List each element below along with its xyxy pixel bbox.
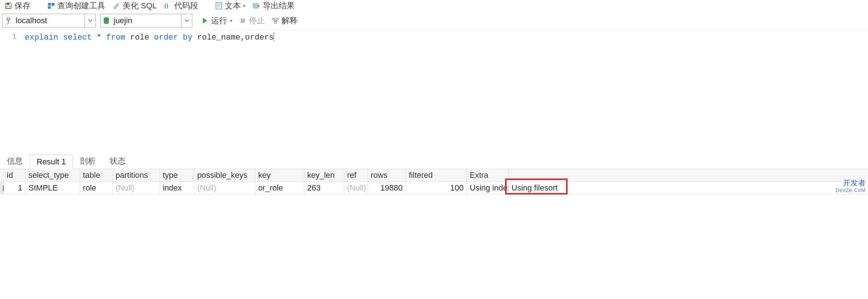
snippet-icon: () bbox=[164, 2, 172, 10]
query-builder-button[interactable]: 查询创建工具 bbox=[45, 0, 107, 12]
cell-type[interactable]: index bbox=[160, 182, 194, 194]
result-grid[interactable]: idselect_typetablepartitionstypepossible… bbox=[0, 169, 868, 194]
col-partitions[interactable]: partitions bbox=[112, 169, 160, 182]
tab-status[interactable]: 状态 bbox=[103, 153, 132, 169]
save-label: 保存 bbox=[15, 0, 30, 11]
kw-from: from bbox=[106, 33, 125, 42]
grid-corner bbox=[0, 169, 4, 182]
chevron-down-icon[interactable] bbox=[181, 14, 192, 27]
col-filtered[interactable]: filtered bbox=[406, 169, 467, 182]
save-icon bbox=[4, 2, 12, 10]
run-button[interactable]: 运行 ▾ bbox=[199, 15, 234, 26]
snippet-button[interactable]: () 代码段 bbox=[162, 0, 200, 12]
toolbar-top: 保存 查询创建工具 美化 SQL () 代码段 文本 ▾ 导出结果 bbox=[0, 0, 868, 12]
cell-possible_keys[interactable]: (Null) bbox=[194, 182, 255, 194]
line-number: 1 bbox=[12, 32, 17, 41]
database-value: juejin bbox=[112, 16, 181, 25]
col-rows[interactable]: rows bbox=[368, 169, 406, 182]
chevron-down-icon[interactable] bbox=[85, 14, 95, 27]
toolbar-mid: localhost juejin 运行 ▾ 停止 解释 bbox=[0, 12, 868, 30]
mid-actions: 运行 ▾ 停止 解释 bbox=[199, 15, 300, 26]
explain-button[interactable]: 解释 bbox=[269, 15, 300, 26]
col-table[interactable]: table bbox=[80, 169, 112, 182]
result-grid-wrapper: idselect_typetablepartitionstypepossible… bbox=[0, 169, 868, 194]
cell-table[interactable]: role bbox=[80, 182, 112, 194]
svg-rect-20 bbox=[276, 18, 278, 20]
text-icon bbox=[215, 2, 223, 10]
kw-explain: explain bbox=[25, 33, 58, 42]
svg-rect-7 bbox=[216, 3, 222, 9]
play-icon bbox=[201, 17, 209, 25]
cell-Extra2[interactable]: Using filesort bbox=[508, 182, 868, 194]
kw-order: order bbox=[154, 33, 178, 42]
tab-info[interactable]: 信息 bbox=[0, 153, 30, 169]
explain-icon bbox=[271, 17, 279, 25]
database-select[interactable]: juejin bbox=[100, 14, 192, 28]
export-button[interactable]: 导出结果 bbox=[250, 0, 297, 12]
connection-select[interactable]: localhost bbox=[2, 14, 96, 28]
tok-star: * bbox=[97, 33, 101, 42]
text-cursor bbox=[274, 32, 274, 41]
sql-editor[interactable]: 1 explain select * from role order by ro… bbox=[0, 30, 868, 154]
cell-id[interactable]: 1 bbox=[4, 182, 25, 194]
col-possible_keys[interactable]: possible_keys bbox=[194, 169, 255, 182]
stop-icon bbox=[239, 17, 247, 25]
kw-by: by bbox=[183, 33, 192, 42]
text-label: 文本 bbox=[225, 0, 241, 11]
tok-cols: role_name,orders bbox=[197, 33, 274, 42]
export-label: 导出结果 bbox=[263, 0, 295, 11]
plug-icon bbox=[3, 14, 14, 27]
cell-key[interactable]: or_role bbox=[255, 182, 304, 194]
row-handle[interactable]: ▶ bbox=[0, 182, 4, 194]
col-key_len[interactable]: key_len bbox=[304, 169, 344, 182]
snippet-label: 代码段 bbox=[174, 0, 198, 11]
beautify-sql-button[interactable]: 美化 SQL bbox=[110, 0, 159, 12]
col-Extra[interactable]: Extra bbox=[467, 169, 508, 182]
svg-rect-3 bbox=[48, 3, 51, 5]
col-type[interactable]: type bbox=[160, 169, 194, 182]
col-id[interactable]: id bbox=[4, 169, 25, 182]
cell-partitions[interactable]: (Null) bbox=[112, 182, 160, 194]
col-ref[interactable]: ref bbox=[344, 169, 368, 182]
editor-gutter: 1 bbox=[0, 30, 22, 154]
query-builder-icon bbox=[47, 2, 55, 10]
svg-rect-21 bbox=[274, 21, 277, 23]
col-Extra2[interactable] bbox=[508, 169, 868, 182]
text-button[interactable]: 文本 ▾ bbox=[213, 0, 247, 12]
svg-rect-19 bbox=[273, 18, 275, 20]
stop-label: 停止 bbox=[249, 15, 265, 26]
tok-table: role bbox=[130, 33, 149, 42]
stop-button: 停止 bbox=[237, 15, 267, 26]
save-button[interactable]: 保存 bbox=[2, 0, 33, 12]
text-dropdown-icon: ▾ bbox=[243, 3, 245, 8]
cell-filtered[interactable]: 100 bbox=[406, 182, 467, 194]
connection-value: localhost bbox=[14, 16, 85, 25]
col-select_type[interactable]: select_type bbox=[25, 169, 80, 182]
kw-select: select bbox=[63, 33, 92, 42]
export-icon bbox=[253, 2, 261, 10]
database-icon bbox=[101, 14, 112, 27]
cell-ref[interactable]: (Null) bbox=[344, 182, 368, 194]
cell-rows[interactable]: 19880 bbox=[368, 182, 406, 194]
tab-result1[interactable]: Result 1 bbox=[30, 155, 73, 169]
svg-rect-2 bbox=[7, 6, 10, 8]
tab-profile[interactable]: 剖析 bbox=[73, 153, 103, 169]
editor-code[interactable]: explain select * from role order by role… bbox=[22, 30, 868, 154]
cell-Extra[interactable]: Using index bbox=[467, 182, 508, 194]
run-label: 运行 bbox=[211, 15, 227, 26]
cell-select_type[interactable]: SIMPLE bbox=[25, 182, 80, 194]
cell-key_len[interactable]: 263 bbox=[304, 182, 344, 194]
beautify-label: 美化 SQL bbox=[123, 0, 157, 11]
beautify-icon bbox=[112, 2, 120, 10]
svg-rect-11 bbox=[253, 4, 258, 8]
svg-text:(): () bbox=[164, 3, 168, 9]
query-builder-label: 查询创建工具 bbox=[57, 0, 105, 11]
table-row[interactable]: ▶1SIMPLErole(Null)index(Null)or_role263(… bbox=[0, 182, 868, 194]
svg-rect-5 bbox=[48, 6, 51, 9]
svg-rect-18 bbox=[241, 19, 245, 23]
col-key[interactable]: key bbox=[255, 169, 304, 182]
run-dropdown-icon[interactable]: ▾ bbox=[230, 18, 232, 23]
explain-label: 解释 bbox=[282, 15, 298, 26]
svg-rect-1 bbox=[7, 3, 9, 5]
result-tabs: 信息 Result 1 剖析 状态 bbox=[0, 154, 868, 169]
